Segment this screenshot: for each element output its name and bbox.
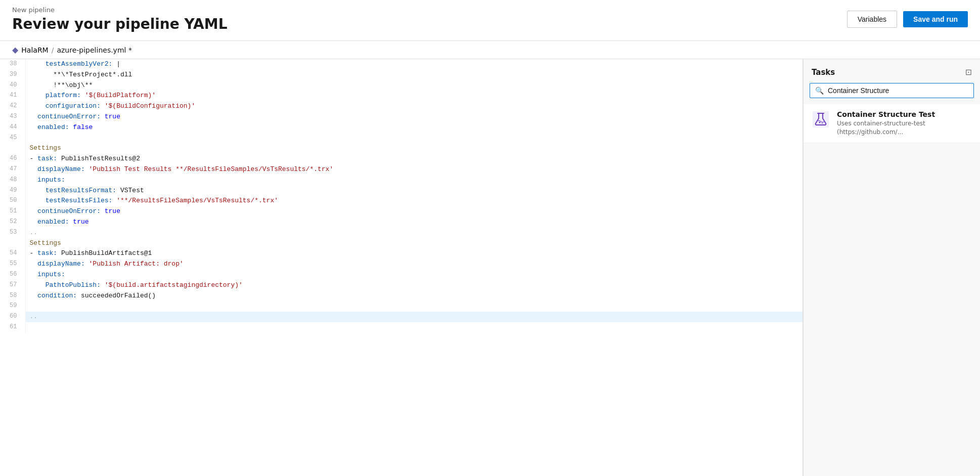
table-row: 47 displayName: 'Publish Test Results **…	[0, 164, 803, 175]
line-number: 60	[0, 312, 25, 322]
breadcrumb-separator: /	[52, 46, 54, 54]
line-number: 49	[0, 186, 25, 196]
line-content: Settings	[25, 238, 803, 249]
line-content: - task: PublishTestResults@2	[25, 154, 803, 164]
breadcrumb: ◆ HalaRM / azure-pipelines.yml *	[0, 41, 980, 59]
settings-row: Settings	[0, 238, 803, 249]
table-row: 55 displayName: 'Publish Artifact: drop'	[0, 259, 803, 270]
table-row: 56 inputs:	[0, 270, 803, 280]
line-content: platform: '$(BuildPlatform)'	[25, 91, 803, 101]
page-title: Review your pipeline YAML	[12, 16, 228, 32]
line-content: displayName: 'Publish Artifact: drop'	[25, 259, 803, 270]
table-row: 44 enabled: false	[0, 122, 803, 133]
line-content: Settings	[25, 143, 803, 154]
tasks-panel: Tasks ⊡ 🔍 Container Stru	[803, 59, 980, 476]
line-content: inputs:	[25, 175, 803, 186]
collapse-icon[interactable]: ⊡	[965, 67, 972, 77]
line-number: 57	[0, 280, 25, 291]
settings-row: Settings	[0, 143, 803, 154]
line-content: ..	[25, 312, 803, 322]
table-row: 59	[0, 301, 803, 312]
line-content: **\*TestProject*.dll	[25, 70, 803, 80]
new-pipeline-label: New pipeline	[12, 6, 228, 14]
table-row: 60..	[0, 312, 803, 322]
table-row: 39 **\*TestProject*.dll	[0, 70, 803, 80]
breadcrumb-modified: *	[128, 46, 132, 54]
line-number: 54	[0, 248, 25, 259]
search-input[interactable]	[828, 86, 968, 95]
table-row: 38 testAssemblyVer2: |	[0, 59, 803, 70]
line-number: 43	[0, 112, 25, 122]
table-row: 46- task: PublishTestResults@2	[0, 154, 803, 164]
tasks-panel-header: Tasks ⊡	[804, 59, 980, 83]
main-content: 38 testAssemblyVer2: |39 **\*TestProject…	[0, 59, 980, 476]
table-row: 40 !**\obj\**	[0, 80, 803, 91]
line-content: ..	[25, 228, 803, 238]
line-content: enabled: false	[25, 122, 803, 133]
line-content: configuration: '$(BuildConfiguration)'	[25, 101, 803, 112]
code-table: 38 testAssemblyVer2: |39 **\*TestProject…	[0, 59, 803, 333]
line-number: 47	[0, 164, 25, 175]
table-row: 42 configuration: '$(BuildConfiguration)…	[0, 101, 803, 112]
task-item-container-structure[interactable]: Container Structure Test Uses container-…	[804, 104, 980, 143]
line-content	[25, 301, 803, 312]
line-number	[0, 238, 25, 249]
line-content: continueOnError: true	[25, 206, 803, 217]
header-actions: Variables Save and run	[847, 11, 968, 28]
line-number: 52	[0, 217, 25, 228]
table-row: 53..	[0, 228, 803, 238]
line-number: 55	[0, 259, 25, 270]
code-editor[interactable]: 38 testAssemblyVer2: |39 **\*TestProject…	[0, 59, 803, 476]
line-number	[0, 143, 25, 154]
table-row: 61	[0, 322, 803, 333]
table-row: 58 condition: succeededOrFailed()	[0, 291, 803, 301]
search-box[interactable]: 🔍	[810, 83, 974, 98]
search-icon: 🔍	[815, 86, 824, 95]
task-name: Container Structure Test	[837, 110, 972, 118]
line-number: 42	[0, 101, 25, 112]
task-desc: Uses container-structure-test (https://g…	[837, 119, 972, 137]
line-content: displayName: 'Publish Test Results **/Re…	[25, 164, 803, 175]
breadcrumb-repo[interactable]: HalaRM	[21, 46, 48, 54]
line-number: 40	[0, 80, 25, 91]
svg-point-1	[819, 122, 821, 123]
tasks-title: Tasks	[812, 68, 835, 77]
table-row: 51 continueOnError: true	[0, 206, 803, 217]
line-number: 41	[0, 91, 25, 101]
table-row: 43 continueOnError: true	[0, 112, 803, 122]
line-number: 39	[0, 70, 25, 80]
line-number: 51	[0, 206, 25, 217]
table-row: 57 PathtoPublish: '$(build.artifactstagi…	[0, 280, 803, 291]
line-content: testAssemblyVer2: |	[25, 59, 803, 70]
page-header: New pipeline Review your pipeline YAML V…	[0, 0, 980, 41]
line-number: 44	[0, 122, 25, 133]
line-number: 61	[0, 322, 25, 333]
line-content: condition: succeededOrFailed()	[25, 291, 803, 301]
line-number: 48	[0, 175, 25, 186]
task-icon-container-structure	[812, 110, 830, 128]
breadcrumb-file[interactable]: azure-pipelines.yml *	[57, 46, 131, 54]
repo-icon: ◆	[12, 45, 18, 55]
line-number: 38	[0, 59, 25, 70]
line-content: testResultsFiles: '**/ResultsFileSamples…	[25, 196, 803, 206]
task-info: Container Structure Test Uses container-…	[837, 110, 972, 137]
line-number: 50	[0, 196, 25, 206]
line-number: 45	[0, 133, 25, 144]
save-run-button[interactable]: Save and run	[903, 11, 968, 27]
line-content	[25, 322, 803, 333]
variables-button[interactable]: Variables	[847, 11, 897, 28]
line-number: 53	[0, 228, 25, 238]
table-row: 49 testResultsFormat: VSTest	[0, 186, 803, 196]
table-row: 52 enabled: true	[0, 217, 803, 228]
line-content: testResultsFormat: VSTest	[25, 186, 803, 196]
header-left: New pipeline Review your pipeline YAML	[12, 6, 228, 32]
line-number: 46	[0, 154, 25, 164]
line-content: PathtoPublish: '$(build.artifactstagingd…	[25, 280, 803, 291]
line-number: 58	[0, 291, 25, 301]
table-row: 41 platform: '$(BuildPlatform)'	[0, 91, 803, 101]
line-content	[25, 133, 803, 144]
line-content: enabled: true	[25, 217, 803, 228]
table-row: 45	[0, 133, 803, 144]
table-row: 48 inputs:	[0, 175, 803, 186]
table-row: 50 testResultsFiles: '**/ResultsFileSamp…	[0, 196, 803, 206]
